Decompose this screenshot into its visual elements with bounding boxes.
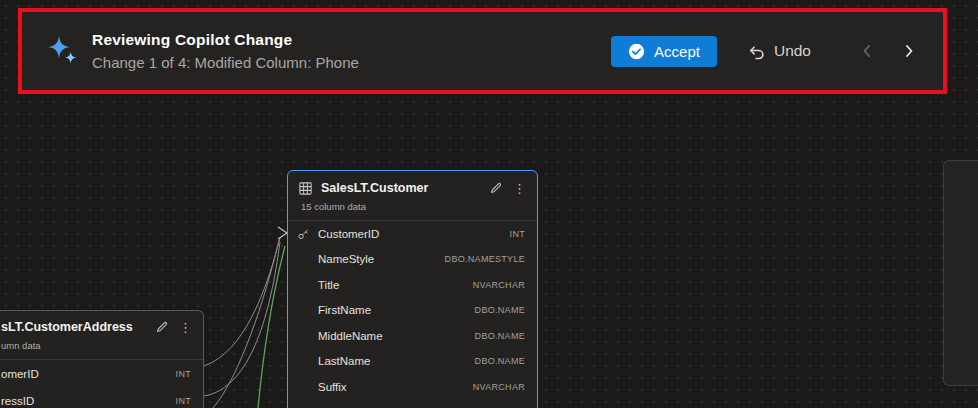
- banner-actions: Accept Undo: [611, 36, 921, 67]
- chevron-right-icon: [901, 43, 917, 59]
- column-type: INT: [176, 396, 191, 406]
- column-type: NVARCHAR: [473, 382, 525, 392]
- table-title: SalesLT.Customer: [321, 181, 480, 195]
- column-type: DBO.NAME: [475, 356, 525, 366]
- table-node-partial-right[interactable]: [943, 160, 978, 386]
- column-name: CustomerID: [318, 228, 510, 240]
- column-type: DBO.NAMESTYLE: [445, 254, 525, 264]
- edit-table-button[interactable]: [154, 319, 170, 335]
- undo-label: Undo: [774, 42, 811, 60]
- table-node-customer-address[interactable]: sLT.CustomerAddress ⋮ umn data omerID IN…: [0, 310, 204, 408]
- column-type: DBO.NAME: [475, 331, 525, 341]
- column-row-firstname[interactable]: FirstName DBO.NAME: [288, 298, 537, 324]
- pencil-icon: [489, 181, 503, 195]
- column-type: NVARCHAR: [473, 280, 525, 290]
- accept-label: Accept: [654, 43, 700, 60]
- chevron-left-icon: [859, 43, 875, 59]
- column-row-customerid[interactable]: omerID INT: [0, 360, 203, 388]
- banner-text-block: Reviewing Copilot Change Change 1 of 4: …: [92, 31, 359, 71]
- more-vertical-icon: ⋮: [513, 181, 526, 196]
- column-count-label: 15 column data: [288, 201, 537, 221]
- undo-icon: [747, 42, 766, 61]
- column-name: NameStyle: [318, 253, 445, 265]
- change-nav-group: [855, 39, 921, 63]
- table-node-header: SalesLT.Customer ⋮: [288, 171, 537, 201]
- column-type: DBO.NAME: [475, 305, 525, 315]
- table-node-header: sLT.CustomerAddress ⋮: [0, 311, 203, 340]
- column-row-suffix[interactable]: Suffix NVARCHAR: [288, 374, 537, 400]
- more-options-button[interactable]: ⋮: [512, 181, 527, 196]
- undo-button[interactable]: Undo: [747, 42, 811, 61]
- column-name: Suffix: [318, 381, 473, 393]
- previous-change-button[interactable]: [855, 39, 879, 63]
- accept-button[interactable]: Accept: [611, 36, 717, 67]
- table-node-customer[interactable]: SalesLT.Customer ⋮ 15 column data Custom…: [287, 170, 538, 408]
- table-grid-icon: [298, 181, 313, 196]
- more-options-button[interactable]: ⋮: [178, 320, 193, 335]
- column-name: omerID: [1, 368, 176, 380]
- more-vertical-icon: ⋮: [179, 320, 192, 335]
- column-row-title[interactable]: Title NVARCHAR: [288, 272, 537, 298]
- column-name: MiddleName: [318, 330, 475, 342]
- edit-table-button[interactable]: [488, 180, 504, 196]
- column-name: LastName: [318, 355, 475, 367]
- column-count-label: umn data: [0, 340, 203, 360]
- banner-title: Reviewing Copilot Change: [92, 31, 359, 49]
- column-name: ressID: [1, 395, 176, 407]
- column-row-lastname[interactable]: LastName DBO.NAME: [288, 349, 537, 375]
- copilot-review-banner: Reviewing Copilot Change Change 1 of 4: …: [18, 8, 947, 94]
- column-row-namestyle[interactable]: NameStyle DBO.NAMESTYLE: [288, 247, 537, 273]
- column-row-customerid[interactable]: CustomerID INT: [288, 221, 537, 247]
- banner-subtitle: Change 1 of 4: Modified Column: Phone: [92, 54, 359, 71]
- column-type: INT: [176, 369, 191, 379]
- column-type: INT: [510, 229, 525, 239]
- primary-key-icon: [297, 227, 310, 240]
- check-circle-icon: [628, 43, 645, 60]
- column-name: FirstName: [318, 304, 475, 316]
- table-title: sLT.CustomerAddress: [1, 320, 146, 334]
- next-change-button[interactable]: [897, 39, 921, 63]
- column-row-middlename[interactable]: MiddleName DBO.NAME: [288, 323, 537, 349]
- copilot-sparkle-icon: [44, 33, 80, 69]
- column-name: Title: [318, 279, 473, 291]
- pencil-icon: [155, 320, 169, 334]
- column-row-addressid[interactable]: ressID INT: [0, 388, 203, 408]
